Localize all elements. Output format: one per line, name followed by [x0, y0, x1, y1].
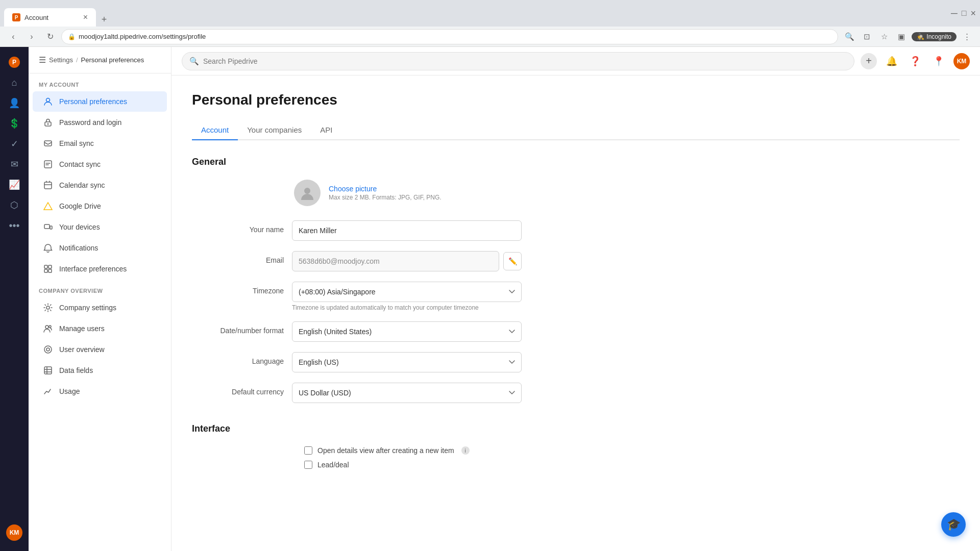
currency-select[interactable]: US Dollar (USD)	[292, 383, 522, 403]
header-avatar[interactable]: KM	[953, 53, 970, 69]
svg-point-18	[49, 325, 51, 328]
choose-picture-link[interactable]: Choose picture	[329, 185, 442, 193]
nav-mail-icon[interactable]: ✉	[5, 155, 23, 173]
sidebar-item-usage[interactable]: Usage	[33, 381, 167, 402]
reader-mode-icon[interactable]: ⊡	[860, 30, 874, 44]
lead-deal-checkbox[interactable]	[304, 461, 312, 469]
forward-button[interactable]: ›	[24, 30, 39, 44]
sidebar-item-password-login[interactable]: Password and login	[33, 112, 167, 133]
active-tab[interactable]: P Account ×	[4, 8, 96, 27]
sidebar-item-data-fields[interactable]: Data fields	[33, 360, 167, 381]
date-format-select[interactable]: English (United States)	[292, 321, 522, 342]
date-format-field-wrap: English (United States)	[292, 321, 522, 342]
interface-preferences-icon	[43, 264, 53, 274]
svg-rect-15	[48, 269, 52, 272]
lead-deal-label[interactable]: Lead/deal	[317, 461, 349, 469]
bookmark-icon[interactable]: ☆	[877, 30, 891, 44]
avatar-placeholder	[294, 180, 321, 206]
sidebar-item-your-devices[interactable]: Your devices	[33, 217, 167, 237]
maximize-button[interactable]: □	[962, 9, 967, 18]
edit-email-button[interactable]: ✏️	[503, 252, 522, 270]
open-details-info-icon[interactable]: i	[461, 446, 470, 455]
sidebar-item-calendar-sync[interactable]: Calendar sync	[33, 175, 167, 195]
calendar-sync-icon	[43, 180, 53, 190]
sidebar-item-user-overview[interactable]: User overview	[33, 339, 167, 360]
tab-your-companies[interactable]: Your companies	[238, 120, 311, 140]
back-button[interactable]: ‹	[6, 30, 20, 44]
search-bar[interactable]: 🔍	[182, 52, 854, 70]
menu-icon[interactable]: ⋮	[960, 30, 974, 44]
sidebar-item-email-sync[interactable]: Email sync	[33, 133, 167, 154]
general-section-title: General	[192, 157, 960, 167]
nav-deals-icon[interactable]: 💲	[5, 114, 23, 133]
sidebar-item-label: Manage users	[59, 324, 105, 333]
tab-account[interactable]: Account	[192, 120, 238, 140]
notifications-bell-icon[interactable]: 🔔	[883, 53, 900, 70]
tabs: Account Your companies API	[192, 120, 960, 140]
usage-icon	[43, 386, 53, 396]
svg-point-20	[46, 348, 50, 351]
sidebar-item-interface-preferences[interactable]: Interface preferences	[33, 259, 167, 279]
name-input[interactable]	[292, 220, 522, 241]
email-input[interactable]	[292, 251, 499, 271]
name-label: Your name	[192, 220, 284, 234]
nav-reports-icon[interactable]: 📈	[5, 176, 23, 194]
open-details-row: Open details view after creating a new i…	[192, 446, 960, 455]
location-icon[interactable]: 📍	[930, 53, 947, 70]
language-field-wrap: English (US)	[292, 352, 522, 372]
lead-deal-row: Lead/deal	[192, 461, 960, 469]
sidebar-item-label: Your devices	[59, 223, 100, 231]
sidebar-item-contact-sync[interactable]: Contact sync	[33, 154, 167, 174]
main-content: Personal preferences Account Your compan…	[172, 76, 980, 551]
nav-pipedrive-logo[interactable]: P	[5, 53, 23, 71]
avatar[interactable]: KM	[6, 524, 22, 541]
svg-rect-14	[44, 269, 47, 272]
new-tab-button[interactable]: +	[97, 12, 111, 27]
email-label: Email	[192, 251, 284, 264]
sidebar-item-personal-preferences[interactable]: Personal preferences	[33, 91, 167, 112]
svg-marker-8	[44, 203, 52, 210]
sidebar-item-google-drive[interactable]: Google Drive	[33, 196, 167, 216]
currency-label: Default currency	[192, 383, 284, 396]
incognito-icon: 🕵	[917, 33, 924, 40]
search-container: 🔍	[182, 52, 854, 70]
app-nav: P ⌂ 👤 💲 ✓ ✉ 📈 ⬡ ••• KM	[0, 47, 29, 551]
nav-home-icon[interactable]: ⌂	[5, 73, 23, 92]
nav-contacts-icon[interactable]: 👤	[5, 94, 23, 112]
search-input[interactable]	[203, 57, 847, 65]
hamburger-icon[interactable]: ☰	[39, 55, 46, 65]
nav-activities-icon[interactable]: ✓	[5, 135, 23, 153]
timezone-select[interactable]: (+08:00) Asia/Singapore	[292, 282, 522, 302]
add-button[interactable]: +	[861, 53, 877, 69]
floating-help-button[interactable]: 🎓	[941, 512, 966, 537]
sidebar-item-label: Personal preferences	[59, 97, 127, 106]
sidebar-item-manage-users[interactable]: Manage users	[33, 318, 167, 339]
search-icon: 🔍	[189, 57, 199, 66]
tab-api[interactable]: API	[311, 120, 341, 140]
name-field-wrap	[292, 220, 522, 241]
browser-tabs: P Account × +	[4, 0, 111, 27]
language-label: Language	[192, 352, 284, 365]
nav-products-icon[interactable]: ⬡	[5, 196, 23, 214]
address-bar[interactable]: 🔒 moodjoy1altd.pipedrive.com/settings/pr…	[61, 29, 838, 44]
minimize-button[interactable]: ─	[951, 8, 958, 19]
search-icon[interactable]: 🔍	[842, 30, 856, 44]
avatar-hint: Max size 2 MB. Formats: JPG, GIF, PNG.	[329, 194, 442, 201]
nav-more-icon[interactable]: •••	[5, 216, 23, 235]
timezone-row: Timezone (+08:00) Asia/Singapore Timezon…	[192, 282, 960, 311]
help-icon[interactable]: ❓	[906, 53, 924, 70]
tab-close-button[interactable]: ×	[83, 13, 88, 21]
sidebar-toggle-icon[interactable]: ▣	[894, 30, 909, 44]
currency-field-wrap: US Dollar (USD)	[292, 383, 522, 403]
settings-label: Settings	[49, 56, 73, 64]
sidebar-item-label: Notifications	[59, 244, 98, 252]
sidebar-item-company-settings[interactable]: Company settings	[33, 297, 167, 318]
user-overview-icon	[43, 344, 53, 355]
refresh-button[interactable]: ↻	[43, 30, 57, 44]
language-select[interactable]: English (US)	[292, 352, 522, 372]
open-details-label[interactable]: Open details view after creating a new i…	[317, 446, 454, 455]
lock-icon: 🔒	[68, 33, 76, 40]
sidebar-item-notifications[interactable]: Notifications	[33, 238, 167, 258]
open-details-checkbox[interactable]	[304, 446, 312, 455]
close-button[interactable]: ×	[970, 8, 976, 19]
